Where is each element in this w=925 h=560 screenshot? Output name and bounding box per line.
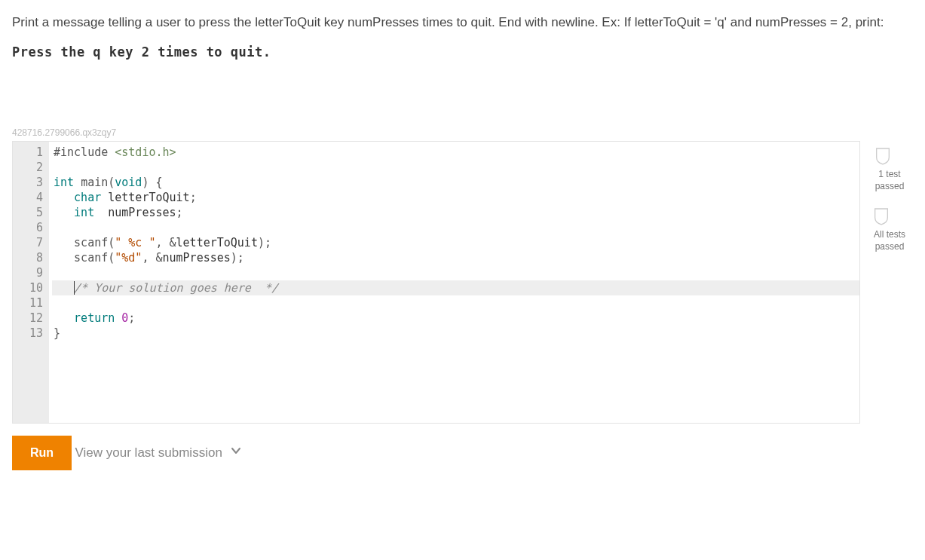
- line-number: 5: [16, 205, 43, 220]
- code-line[interactable]: /* Your solution goes here */: [52, 280, 859, 295]
- test-status-one: 1 test passed: [875, 147, 905, 192]
- code-line[interactable]: [52, 295, 859, 311]
- line-number: 1: [16, 145, 43, 160]
- line-number: 12: [16, 311, 43, 326]
- code-line[interactable]: [52, 265, 859, 280]
- code-line[interactable]: [52, 220, 859, 235]
- code-line[interactable]: [52, 160, 859, 175]
- problem-instructions: Print a message telling a user to press …: [12, 12, 913, 34]
- code-line[interactable]: return 0;: [52, 311, 859, 326]
- test-status-column: 1 test passed All tests passed: [874, 141, 905, 253]
- code-line[interactable]: }: [52, 326, 859, 341]
- test-status-all: All tests passed: [874, 207, 905, 252]
- code-area[interactable]: #include <stdio.h>int main(void) { char …: [49, 142, 859, 423]
- code-editor[interactable]: 12345678910111213 #include <stdio.h>int …: [12, 141, 860, 424]
- status-label: passed: [875, 180, 905, 192]
- line-number: 11: [16, 295, 43, 311]
- code-line[interactable]: int main(void) {: [52, 175, 859, 190]
- code-line[interactable]: scanf("%d", &numPresses);: [52, 250, 859, 265]
- line-number: 3: [16, 175, 43, 190]
- link-label: View your last submission: [75, 445, 222, 461]
- shield-icon: [874, 207, 889, 225]
- code-line[interactable]: #include <stdio.h>: [52, 145, 859, 160]
- line-number: 10: [16, 280, 43, 295]
- line-number: 6: [16, 220, 43, 235]
- status-label: All tests: [874, 228, 905, 240]
- line-number: 4: [16, 190, 43, 205]
- chevron-down-icon: [230, 445, 242, 461]
- status-label: passed: [874, 240, 905, 252]
- line-number-gutter: 12345678910111213: [13, 142, 49, 423]
- line-number: 7: [16, 235, 43, 250]
- view-last-submission-link[interactable]: View your last submission: [75, 445, 242, 461]
- run-button[interactable]: Run: [12, 436, 72, 470]
- code-line[interactable]: int numPresses;: [52, 205, 859, 220]
- shield-icon: [875, 147, 890, 165]
- line-number: 8: [16, 250, 43, 265]
- example-output: Press the q key 2 times to quit.: [12, 44, 913, 60]
- status-label: 1 test: [875, 168, 905, 180]
- line-number: 9: [16, 265, 43, 280]
- editor-id: 428716.2799066.qx3zqy7: [12, 127, 913, 138]
- code-line[interactable]: scanf(" %c ", &letterToQuit);: [52, 235, 859, 250]
- line-number: 13: [16, 326, 43, 341]
- code-line[interactable]: char letterToQuit;: [52, 190, 859, 205]
- line-number: 2: [16, 160, 43, 175]
